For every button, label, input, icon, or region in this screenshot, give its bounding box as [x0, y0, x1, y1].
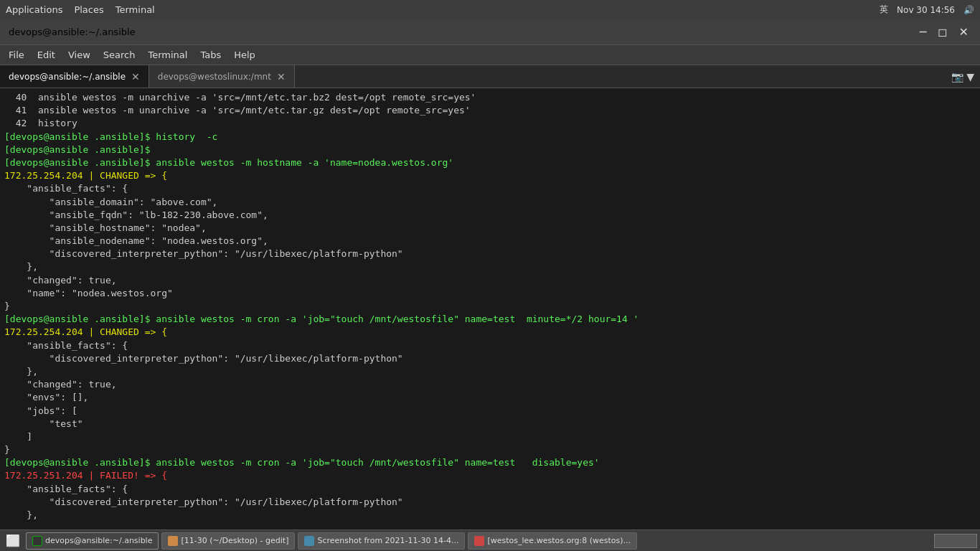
tab-screenshot-icon[interactable]: 📷 — [951, 71, 963, 83]
terminal-line: [devops@ansible .ansible]$ ansible westo… — [4, 313, 976, 326]
taskbar-label-terminal: devops@ansible:~/.ansible — [45, 536, 152, 545]
terminal-window: devops@ansible:~/.ansible ─ ◻ ✕ File Edi… — [0, 19, 980, 529]
taskbar-label-screenshot: Screenshot from 2021-11-30 14-4... — [317, 536, 458, 545]
terminal-line: "ansible_facts": { — [4, 483, 976, 496]
terminal-line: "discovered_interpreter_python": "/usr/l… — [4, 496, 976, 509]
terminal-line: "name": "nodea.westos.org" — [4, 287, 976, 300]
terminal-line: "test" — [4, 418, 976, 430]
title-bar: devops@ansible:~/.ansible ─ ◻ ✕ — [0, 19, 980, 45]
terminal-line: "discovered_interpreter_python": "/usr/l… — [4, 352, 976, 365]
terminal-line: "envs": [], — [4, 391, 976, 404]
terminal-line: [devops@ansible .ansible]$ history -c — [4, 131, 976, 143]
taskbar: ⬜ devops@ansible:~/.ansible [11-30 (~/De… — [0, 529, 980, 551]
tab-ansible[interactable]: devops@ansible:~/.ansible ✕ — [0, 65, 149, 88]
applications-menu[interactable]: Applications — [6, 4, 62, 15]
screenshot-taskbar-icon — [304, 536, 314, 546]
terminal-line: 41 ansible westos -m unarchive -a 'src=/… — [4, 104, 976, 117]
terminal-line: "ansible_facts": { — [4, 339, 976, 352]
terminal-line: 42 history — [4, 117, 976, 130]
terminal-line: 172.25.254.204 | CHANGED => { — [4, 326, 976, 339]
menu-help[interactable]: Help — [228, 48, 261, 62]
terminal-line: } — [4, 443, 976, 456]
close-button[interactable]: ✕ — [956, 25, 971, 39]
gedit-taskbar-icon — [168, 536, 178, 546]
tab-close-westos[interactable]: ✕ — [277, 71, 286, 83]
tabs-bar: devops@ansible:~/.ansible ✕ devops@westo… — [0, 65, 980, 88]
terminal-line: "changed": true, — [4, 378, 976, 391]
taskbar-item-browser[interactable]: [westos_lee.westos.org:8 (westos)... — [468, 532, 637, 550]
terminal-line: }, — [4, 260, 976, 273]
terminal-line: "ansible_nodename": "nodea.westos.org", — [4, 235, 976, 248]
browser-taskbar-icon — [474, 536, 484, 546]
terminal-line: "ansible_hostname": "nodea", — [4, 222, 976, 235]
terminal-content[interactable]: 40 ansible westos -m unarchive -a 'src=/… — [0, 88, 980, 529]
terminal-line: ] — [4, 430, 976, 443]
window-title: devops@ansible:~/.ansible — [9, 27, 136, 37]
terminal-line: "ansible_fqdn": "lb-182-230.above.com", — [4, 209, 976, 222]
taskbar-item-screenshot[interactable]: Screenshot from 2021-11-30 14-4... — [298, 532, 465, 550]
system-bar: Applications Places Terminal 英 Nov 30 14… — [0, 0, 980, 19]
terminal-line: 172.25.251.204 | FAILED! => { — [4, 469, 976, 482]
terminal-line: "ansible_domain": "above.com", — [4, 196, 976, 209]
taskbar-item-gedit[interactable]: [11-30 (~/Desktop) - gedit] — [161, 532, 295, 550]
terminal-line: }, — [4, 365, 976, 378]
tabs-actions: 📷 ▼ — [946, 65, 980, 88]
taskbar-label-gedit: [11-30 (~/Desktop) - gedit] — [181, 536, 288, 545]
terminal-line: }, — [4, 509, 976, 522]
terminal-line: "changed": true, — [4, 274, 976, 287]
terminal-taskbar-icon — [32, 536, 42, 546]
terminal-line: } — [4, 300, 976, 313]
terminal-line: [devops@ansible .ansible]$ ansible westo… — [4, 456, 976, 469]
menu-file[interactable]: File — [3, 48, 30, 62]
volume-icon[interactable]: 🔊 — [963, 5, 974, 15]
menu-tabs[interactable]: Tabs — [194, 48, 227, 62]
taskbar-label-browser: [westos_lee.westos.org:8 (westos)... — [487, 536, 631, 545]
terminal-line: "discovered_interpreter_python": "/usr/l… — [4, 248, 976, 260]
taskbar-item-terminal[interactable]: devops@ansible:~/.ansible — [26, 532, 159, 550]
tab-label-ansible: devops@ansible:~/.ansible — [9, 72, 126, 82]
maximize-button[interactable]: ◻ — [935, 25, 950, 39]
tab-close-ansible[interactable]: ✕ — [131, 71, 140, 83]
system-bar-right: 英 Nov 30 14:56 🔊 — [880, 4, 974, 16]
system-bar-left: Applications Places Terminal — [6, 4, 155, 15]
show-desktop-button[interactable]: ⬜ — [3, 534, 23, 547]
minimize-button[interactable]: ─ — [917, 25, 930, 39]
places-menu[interactable]: Places — [74, 4, 103, 15]
menu-terminal[interactable]: Terminal — [142, 48, 193, 62]
tab-dropdown-icon[interactable]: ▼ — [966, 71, 974, 83]
menu-edit[interactable]: Edit — [32, 48, 61, 62]
terminal-line: [devops@ansible .ansible]$ ansible westo… — [4, 156, 976, 169]
terminal-line: 172.25.254.204 | CHANGED => { — [4, 169, 976, 182]
menu-search[interactable]: Search — [98, 48, 141, 62]
terminal-menu[interactable]: Terminal — [116, 4, 155, 15]
menu-bar: File Edit View Search Terminal Tabs Help — [0, 45, 980, 65]
datetime: Nov 30 14:56 — [897, 5, 955, 15]
tab-label-westos: devops@westoslinux:/mnt — [158, 72, 271, 82]
language-indicator: 英 — [880, 4, 888, 16]
menu-view[interactable]: View — [62, 48, 96, 62]
terminal-line: "jobs": [ — [4, 405, 976, 418]
terminal-line: 40 ansible westos -m unarchive -a 'src=/… — [4, 91, 976, 104]
terminal-line: "ansible_facts": { — [4, 182, 976, 195]
tab-westos[interactable]: devops@westoslinux:/mnt ✕ — [149, 65, 295, 88]
taskbar-search[interactable] — [934, 534, 977, 548]
terminal-line: [devops@ansible .ansible]$ — [4, 143, 976, 156]
title-bar-controls: ─ ◻ ✕ — [917, 25, 971, 39]
